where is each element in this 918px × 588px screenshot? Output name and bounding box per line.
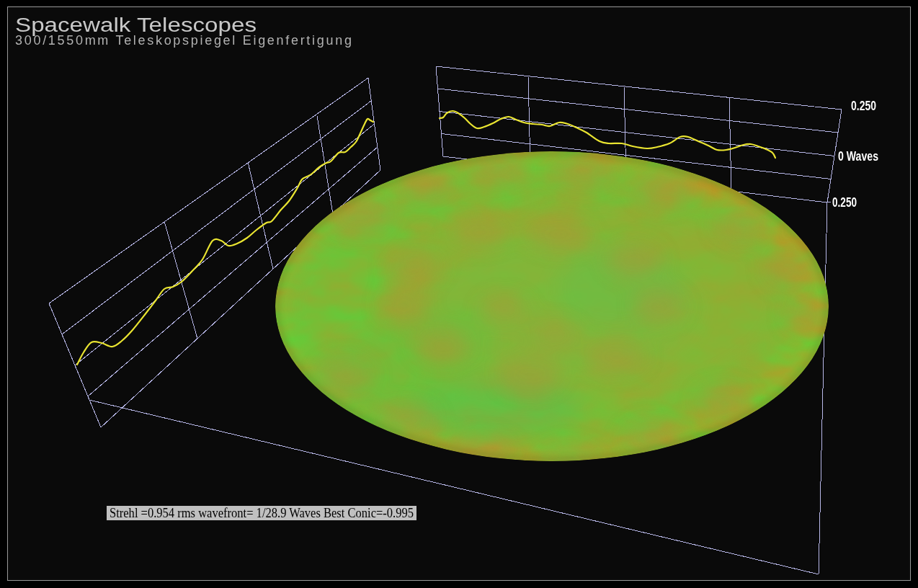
svg-text:300/1550mm Teleskopspiegel Eig: 300/1550mm Teleskopspiegel Eigenfertigun… <box>15 33 354 48</box>
svg-text:0.250: 0.250 <box>851 99 876 113</box>
svg-text:Strehl =0.954 rms wavefront= 1: Strehl =0.954 rms wavefront= 1/28.9 Wave… <box>110 505 414 520</box>
svg-text:0.250: 0.250 <box>832 195 857 210</box>
svg-text:0 Waves: 0 Waves <box>838 149 878 164</box>
